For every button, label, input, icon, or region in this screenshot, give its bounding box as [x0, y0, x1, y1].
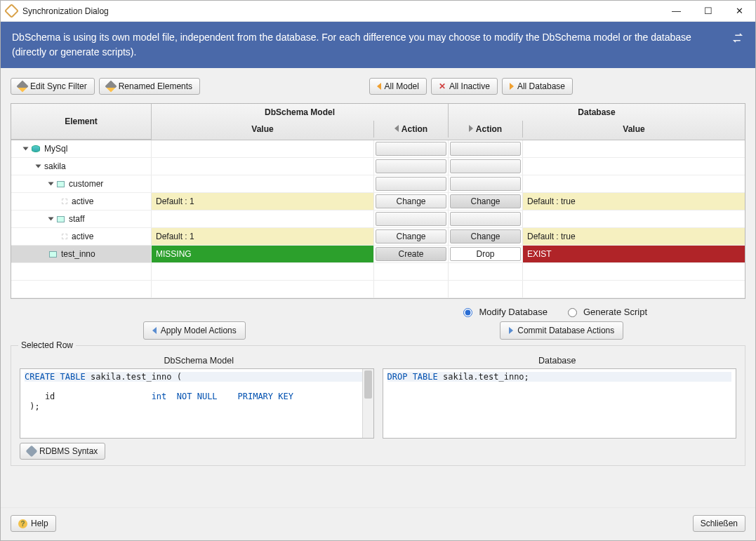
banner-text: DbSchema is using its own model file, in… — [12, 30, 723, 60]
action-left-button[interactable]: Change — [376, 194, 446, 208]
chevron-right-icon — [469, 125, 473, 132]
sync-tree-table: Element DbSchema Model Database Value Ac… — [11, 103, 745, 299]
close-button[interactable]: Schließen — [693, 515, 745, 532]
action-left-button[interactable] — [376, 177, 446, 191]
action-left-button[interactable]: Create — [376, 247, 446, 261]
table-icon — [49, 251, 57, 258]
edit-sync-filter-button[interactable]: Edit Sync Filter — [11, 78, 95, 95]
x-icon: ✕ — [439, 81, 446, 91]
all-inactive-button[interactable]: ✕ All Inactive — [431, 78, 498, 95]
col-header-database: Database — [449, 104, 745, 121]
expand-toggle[interactable] — [23, 147, 29, 151]
all-database-button[interactable]: All Database — [502, 78, 573, 95]
close-window-button[interactable]: ✕ — [724, 1, 755, 21]
tree-row-mysql[interactable]: MySql — [11, 140, 745, 158]
minimize-button[interactable]: — — [661, 1, 692, 21]
renamed-elements-button[interactable]: Renamed Elements — [99, 78, 200, 95]
column-icon — [62, 234, 67, 239]
action-left-button[interactable]: Change — [376, 229, 446, 243]
col-header-value-db: Value — [523, 121, 745, 138]
tree-row-customer-active[interactable]: active Default : 1 Change Change Default… — [11, 193, 745, 211]
col-header-action-left: Action — [374, 121, 449, 138]
sr-head-model: DbSchema Model — [20, 353, 378, 368]
expand-toggle[interactable] — [36, 165, 41, 168]
col-header-model: DbSchema Model — [152, 104, 449, 121]
swap-icon[interactable] — [731, 32, 744, 48]
action-left-button[interactable] — [376, 159, 446, 173]
titlebar: Synchronization Dialog — ☐ ✕ — [1, 1, 755, 22]
column-icon — [62, 199, 67, 204]
empty-row — [11, 263, 745, 281]
pencil-icon — [105, 81, 117, 93]
empty-row — [11, 281, 745, 298]
expand-toggle[interactable] — [48, 218, 54, 221]
db-sql-box[interactable]: DROP TABLE sakila.test_inno; — [383, 368, 737, 439]
chevron-left-icon — [377, 83, 381, 90]
help-icon: ? — [18, 519, 27, 528]
action-right-button[interactable]: Change — [450, 194, 521, 208]
action-right-button[interactable] — [450, 142, 521, 156]
sync-dialog-window: Synchronization Dialog — ☐ ✕ DbSchema is… — [0, 0, 756, 541]
col-header-value-model: Value — [152, 121, 374, 138]
tree-row-test-inno[interactable]: test_inno MISSING Create Drop EXIST — [11, 246, 745, 263]
action-right-button[interactable] — [450, 177, 521, 191]
action-right-button[interactable] — [450, 212, 521, 226]
commit-database-actions-button[interactable]: Commit Database Actions — [500, 321, 623, 340]
action-right-button[interactable]: Drop — [450, 247, 521, 261]
generate-script-radio[interactable]: Generate Script — [564, 306, 647, 317]
modify-database-radio[interactable]: Modify Database — [460, 306, 548, 317]
maximize-button[interactable]: ☐ — [692, 1, 724, 21]
chevron-left-icon — [394, 125, 399, 132]
info-banner: DbSchema is using its own model file, in… — [1, 22, 755, 68]
action-right-button[interactable]: Change — [450, 229, 521, 243]
action-left-button[interactable] — [376, 212, 446, 226]
model-sql-box[interactable]: CREATE TABLE sakila.test_inno ( id int N… — [20, 368, 374, 439]
all-model-button[interactable]: All Model — [369, 78, 427, 95]
tree-row-sakila[interactable]: sakila — [11, 158, 745, 175]
app-icon — [4, 4, 19, 18]
tree-row-staff-active[interactable]: active Default : 1 Change Change Default… — [11, 228, 745, 246]
table-icon — [57, 216, 65, 222]
expand-toggle[interactable] — [48, 182, 54, 186]
tree-row-customer[interactable]: customer — [11, 175, 745, 193]
selected-row-panel: Selected Row DbSchema Model Database CRE… — [11, 345, 745, 466]
chevron-left-icon — [152, 327, 157, 334]
selected-row-legend: Selected Row — [18, 340, 76, 350]
rdbms-syntax-button[interactable]: RDBMS Syntax — [20, 443, 105, 460]
col-header-action-right: Action — [449, 121, 523, 138]
apply-model-actions-button[interactable]: Apply Model Actions — [143, 321, 246, 340]
sr-head-db: Database — [378, 353, 737, 368]
wrench-icon — [26, 446, 38, 457]
action-left-button[interactable] — [376, 142, 446, 156]
tree-row-staff[interactable]: staff — [11, 211, 745, 228]
action-right-button[interactable] — [450, 159, 521, 173]
chevron-right-icon — [509, 327, 513, 334]
col-header-element: Element — [11, 104, 152, 140]
table-icon — [57, 181, 65, 187]
chevron-right-icon — [510, 83, 514, 90]
tree-body: MySql sakila customer — [11, 140, 745, 298]
database-icon — [32, 145, 40, 152]
scrollbar[interactable] — [362, 369, 373, 438]
window-title: Synchronization Dialog — [22, 6, 109, 16]
help-button[interactable]: ? Help — [11, 515, 56, 532]
pencil-icon — [17, 81, 29, 93]
